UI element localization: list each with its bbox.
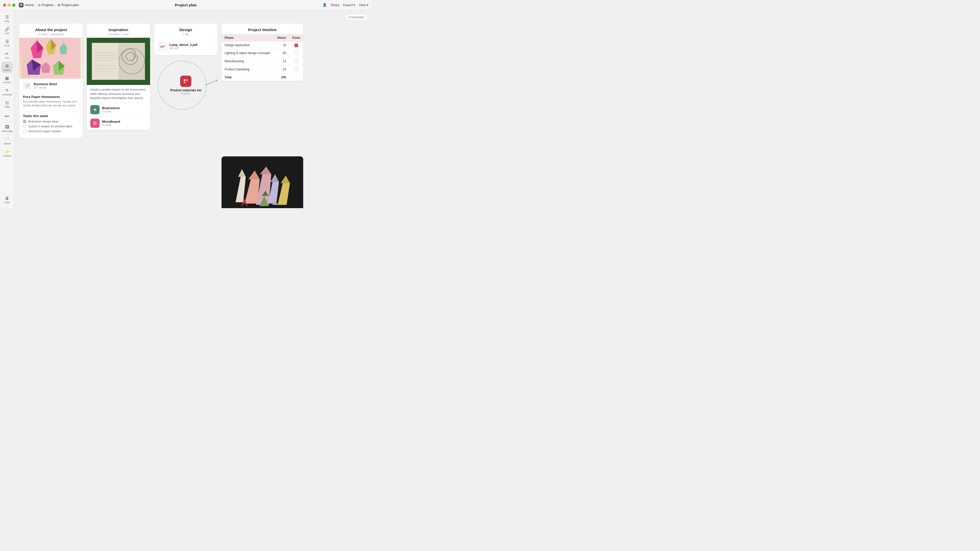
table-row: Product marketing 24 <box>221 65 303 73</box>
task-item-2[interactable]: Explore 3 shapes for pendant lights <box>23 125 79 128</box>
upload-icon: 📄 <box>5 137 10 142</box>
timeline-card-title: Project timeline <box>226 27 299 32</box>
sidebar-item-link[interactable]: 🔗 Link <box>2 25 13 36</box>
doc-words: 377 words <box>34 86 79 89</box>
fullscreen-button[interactable] <box>12 3 15 6</box>
sidebar-item-more[interactable]: ••• <box>2 111 13 122</box>
link-icon: 🔗 <box>5 27 10 32</box>
hours-cell: 12 <box>274 57 290 65</box>
sidebar-item-upload[interactable]: 📄 Upload <box>2 135 13 146</box>
phase-cell: Manufacturing <box>221 57 274 65</box>
table-row: Manufacturing 12 <box>221 57 303 65</box>
design-file-row[interactable]: pdf Lamp_diecut_2.pdf 483 KB <box>154 38 218 55</box>
pure-paper-desc: Eco-friendly paper homewares. Simple and… <box>23 100 79 108</box>
view-button[interactable]: View ▾ <box>359 3 369 7</box>
pm-name: Product materials list <box>170 89 201 92</box>
task-item-1[interactable]: ✓ Brainstorm design ideas <box>23 120 79 123</box>
design-card-title: Design <box>158 27 213 32</box>
done-cell[interactable] <box>289 65 303 73</box>
moodboard-icon <box>90 119 100 128</box>
breadcrumb: M Home › Projects › Project plan <box>19 3 79 7</box>
sidebar-item-column[interactable]: ▦ Column <box>2 74 13 85</box>
moodboard-item[interactable]: Moodboard 0 cards <box>87 117 150 130</box>
business-brief-section[interactable]: 📝 Business Brief 377 words <box>19 79 83 92</box>
task-label-2: Explore 3 shapes for pendant lights <box>28 125 72 128</box>
content-area: 0 Unsorted About the project 2 cards, 1 … <box>14 10 372 208</box>
done-checkbox[interactable] <box>294 67 298 71</box>
inspiration-card-subtitle: 2 boards, 1 card <box>91 33 146 36</box>
line-icon: ✏ <box>5 51 9 56</box>
task-item-3[interactable]: Source eco paper supplier <box>23 130 79 133</box>
doc-info: Business Brief 377 words <box>34 82 79 89</box>
sidebar-item-comment[interactable]: ✎ Comment <box>2 86 13 97</box>
task-checkbox-1[interactable]: ✓ <box>23 120 26 123</box>
about-card: About the project 2 cards, 1 document <box>19 24 83 138</box>
note-icon: ☰ <box>5 14 9 19</box>
doc-icon: 📝 <box>23 81 31 89</box>
done-checkbox[interactable] <box>294 59 298 63</box>
close-button[interactable] <box>3 3 6 6</box>
done-cell[interactable] <box>289 49 303 57</box>
right-column: Project timeline Phase Hours Done <box>221 24 366 158</box>
sidebar-item-trash[interactable]: 🗑 Trash <box>2 194 13 206</box>
inspiration-card-header: Inspiration 2 boards, 1 card <box>87 24 150 38</box>
comment-icon: ✎ <box>5 88 9 93</box>
hours-cell: 24 <box>274 65 290 73</box>
unsorted-button[interactable]: 0 Unsorted <box>346 14 366 21</box>
sidebar-item-ai-ideas[interactable]: ✨ AI Ideas <box>2 148 13 159</box>
timeline-card: Project timeline Phase Hours Done <box>221 24 303 81</box>
export-button[interactable]: Export ▾ <box>343 3 355 7</box>
task-checkbox-2[interactable] <box>23 125 26 128</box>
sidebar: ☰ Note 🔗 Link ☰ To-do ✏ Line ⊞ Board ▦ C… <box>0 10 14 208</box>
titlebar-actions: 👤 Share Export ▾ View ▾ <box>322 3 369 8</box>
table-row: Lighting & object design concepts 60 <box>221 49 303 57</box>
sidebar-item-add-image[interactable]: 🖼 Add Image <box>2 123 13 134</box>
todo-icon: ☰ <box>5 39 9 44</box>
share-button[interactable]: Share <box>331 3 340 7</box>
file-size: 483 KB <box>169 47 197 50</box>
brainstorm-board-info: Brainstorm 0 cards <box>102 106 146 113</box>
task-label-1: Brainstorm design ideas <box>28 120 59 123</box>
inspiration-image <box>87 38 150 85</box>
design-card-header: Design 1 file <box>154 24 218 38</box>
inspiration-card-title: Inspiration <box>91 27 146 32</box>
home-nav[interactable]: Home <box>25 3 34 7</box>
total-hours: 106 <box>274 73 290 81</box>
svg-rect-35 <box>184 79 186 81</box>
ai-ideas-icon: ✨ <box>5 149 10 154</box>
file-info: Lamp_diecut_2.pdf 483 KB <box>169 43 197 50</box>
sidebar-item-board[interactable]: ⊞ Board <box>2 62 13 73</box>
done-cell[interactable] <box>289 57 303 65</box>
inspiration-card: Inspiration 2 boards, 1 card <box>87 24 150 130</box>
projects-nav[interactable]: Projects <box>38 3 54 7</box>
design-card: Design 1 file pdf Lamp_diecut_2.pdf 483 … <box>154 24 218 55</box>
product-materials-label: Product materials list 0 cards <box>170 76 201 95</box>
svg-rect-16 <box>92 43 118 80</box>
done-checkbox[interactable] <box>294 51 298 55</box>
brainstorm-board-item[interactable]: Brainstorm 0 cards <box>87 103 150 117</box>
current-page-nav[interactable]: Project plan <box>58 3 79 7</box>
phase-col-header: Phase <box>221 34 274 41</box>
moodboard-name: Moodboard <box>102 120 146 124</box>
table-icon: ⊡ <box>5 100 9 105</box>
tasks-section: Tasks this week ✓ Brainstorm design idea… <box>19 111 83 138</box>
task-checkbox-3[interactable] <box>23 130 26 133</box>
sidebar-item-note[interactable]: ☰ Note <box>2 13 13 24</box>
brainstorm-board-name: Brainstorm <box>102 106 146 110</box>
done-cell[interactable]: ✓ <box>289 41 303 49</box>
user-icon[interactable]: 👤 <box>322 3 327 8</box>
minimize-button[interactable] <box>8 3 11 6</box>
moodboard-info: Moodboard 0 cards <box>102 120 146 127</box>
svg-rect-36 <box>186 79 188 81</box>
done-checkbox-checked[interactable]: ✓ <box>294 44 298 47</box>
design-card-subtitle: 1 file <box>158 33 213 36</box>
svg-rect-30 <box>94 124 95 125</box>
total-row: Total 106 <box>221 73 303 81</box>
add-image-icon: 🖼 <box>5 125 9 129</box>
sidebar-item-line[interactable]: ✏ Line <box>2 49 13 61</box>
sidebar-item-table[interactable]: ⊡ Table <box>2 98 13 110</box>
sidebar-item-todo[interactable]: ☰ To-do <box>2 37 13 48</box>
pdf-icon: pdf <box>158 42 167 51</box>
product-image <box>221 156 303 208</box>
svg-rect-28 <box>94 122 95 123</box>
